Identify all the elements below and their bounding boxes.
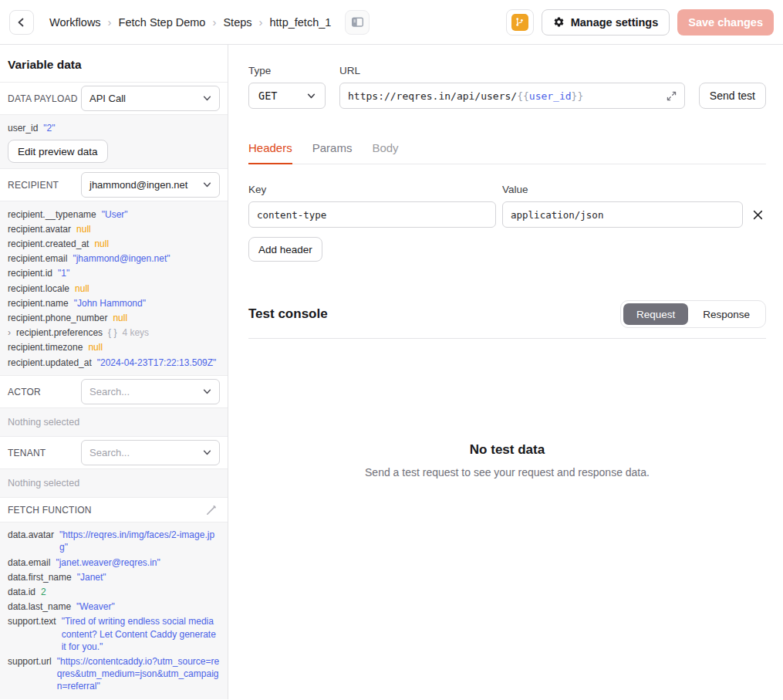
data-payload-preview: user_id"2" Edit preview data: [0, 114, 228, 169]
breadcrumb-item[interactable]: http_fetch_1: [270, 16, 332, 29]
remove-header-button[interactable]: [749, 206, 766, 223]
kv-key: recipient.preferences: [16, 326, 103, 339]
close-icon: [753, 210, 763, 220]
header-value-input[interactable]: [502, 201, 743, 228]
tab-headers[interactable]: Headers: [248, 141, 292, 164]
top-bar: Workflows›Fetch Step Demo›Steps›http_fet…: [0, 0, 783, 45]
test-console-bar: Test console RequestResponse: [248, 300, 766, 339]
tenant-label: TENANT: [8, 448, 46, 458]
kv-row: recipient.__typename"User": [8, 207, 220, 221]
empty-state-title: No test data: [248, 442, 766, 458]
save-changes-button[interactable]: Save changes: [677, 9, 774, 36]
kv-row: user_id"2": [8, 120, 220, 135]
kv-value: "2": [43, 122, 55, 134]
kv-key: recipient.name: [8, 297, 69, 309]
kv-value: "Tired of writing endless social media c…: [62, 615, 220, 653]
breadcrumb-item[interactable]: Workflows: [49, 16, 101, 29]
kv-key: recipient.phone_number: [8, 312, 107, 324]
kv-value: "User": [102, 208, 128, 221]
breadcrumb-item[interactable]: Fetch Step Demo: [119, 16, 206, 29]
breadcrumb-separator: ›: [259, 16, 263, 28]
breadcrumb: Workflows›Fetch Step Demo›Steps›http_fet…: [49, 16, 331, 29]
manage-settings-button[interactable]: Manage settings: [542, 9, 670, 36]
kv-value: "Weaver": [76, 600, 115, 613]
header-row: [248, 201, 766, 228]
type-group: Type GET: [248, 65, 326, 109]
kv-value: "https://reqres.in/img/faces/2-image.jpg…: [59, 529, 220, 553]
kv-row: recipient.localenull: [8, 281, 220, 296]
kv-row: recipient.updated_at"2024-04-23T17:22:13…: [8, 355, 220, 370]
header-editor-labels: Key Value: [248, 184, 766, 195]
sidebar-title: Variable data: [0, 45, 228, 83]
value-column-label: Value: [502, 184, 528, 195]
kv-key: data.id: [8, 586, 35, 598]
kv-key: recipient.avatar: [8, 223, 71, 235]
tab-body[interactable]: Body: [372, 141, 398, 164]
actor-empty-text: Nothing selected: [0, 407, 228, 437]
kv-row: data.first_name"Janet": [8, 570, 220, 584]
kv-row[interactable]: ›recipient.preferences{ }4 keys: [8, 326, 220, 340]
kv-value: "janet.weaver@reqres.in": [56, 556, 160, 569]
chevron-left-icon: [16, 17, 27, 28]
send-test-button[interactable]: Send test: [699, 83, 766, 109]
kv-value: "jhammond@ingen.net": [73, 252, 170, 265]
kv-key: recipient.id: [8, 267, 52, 279]
url-input[interactable]: https://reqres.in/api/users/{{user_id}}: [339, 83, 685, 109]
kv-key: user_id: [8, 122, 38, 134]
fetch-function-row: FETCH FUNCTION: [0, 498, 228, 522]
actor-label: ACTOR: [8, 387, 41, 397]
recipient-select[interactable]: jhammond@ingen.net: [81, 172, 220, 198]
back-button[interactable]: [9, 10, 34, 35]
request-editor: Type GET URL https://reqres.in/api/users…: [228, 45, 783, 699]
breadcrumb-separator: ›: [108, 16, 112, 28]
add-header-button[interactable]: Add header: [248, 237, 322, 262]
toggle-response[interactable]: Response: [690, 303, 763, 325]
kv-value: "1": [58, 267, 69, 279]
kv-key: data.avatar: [8, 529, 54, 553]
edit-preview-data-button[interactable]: Edit preview data: [8, 140, 108, 163]
breadcrumb-item[interactable]: Steps: [223, 16, 251, 29]
chevron-down-icon: [203, 181, 211, 189]
kv-key: recipient.timezone: [8, 341, 83, 353]
kv-suffix: 4 keys: [122, 326, 149, 339]
request-tabs: HeadersParamsBody: [248, 141, 766, 164]
kv-key: support.text: [8, 615, 56, 653]
method-select[interactable]: GET: [248, 83, 326, 109]
kv-row: recipient.timezonenull: [8, 340, 220, 355]
git-branch-icon: [511, 14, 528, 31]
kv-row: data.last_name"Weaver": [8, 600, 220, 614]
kv-row: recipient.created_atnull: [8, 237, 220, 252]
commit-changes-button[interactable]: [506, 9, 534, 36]
kv-row: recipient.id"1": [8, 266, 220, 281]
empty-state-subtitle: Send a test request to see your request …: [248, 466, 766, 479]
recipient-preview: recipient.__typename"User"recipient.avat…: [0, 201, 228, 376]
actor-select[interactable]: Search...: [81, 379, 220, 404]
expand-icon[interactable]: [667, 91, 677, 101]
header-key-input[interactable]: [248, 201, 496, 228]
manage-settings-label: Manage settings: [571, 16, 659, 29]
variable-data-sidebar: Variable data DATA PAYLOAD API Call user…: [0, 45, 228, 699]
kv-value: "2024-04-23T17:22:13.509Z": [97, 357, 217, 369]
kv-key: data.email: [8, 556, 50, 569]
kv-value: null: [113, 312, 127, 324]
chevron-down-icon: [307, 92, 316, 100]
topbar-actions: Manage settings Save changes: [506, 9, 774, 36]
gear-icon: [553, 16, 565, 28]
tenant-empty-text: Nothing selected: [0, 468, 228, 498]
toggle-sidebar-button[interactable]: [345, 10, 370, 35]
kv-value: null: [76, 223, 91, 235]
kv-value: 2: [41, 586, 46, 598]
tab-params[interactable]: Params: [312, 141, 353, 164]
data-payload-select[interactable]: API Call: [81, 86, 220, 111]
kv-value: "John Hammond": [74, 297, 146, 309]
edit-fetch-function-button[interactable]: [203, 502, 220, 519]
expand-caret-icon[interactable]: ›: [8, 326, 11, 339]
request-builder-row: Type GET URL https://reqres.in/api/users…: [248, 65, 766, 109]
kv-value: { }: [108, 326, 116, 339]
empty-state: No test data Send a test request to see …: [248, 442, 766, 479]
toggle-request[interactable]: Request: [623, 303, 688, 325]
kv-row: recipient.phone_numbernull: [8, 311, 220, 326]
tenant-select[interactable]: Search...: [81, 440, 220, 465]
kv-row: data.email"janet.weaver@reqres.in": [8, 555, 220, 570]
kv-value: "Janet": [77, 571, 106, 583]
